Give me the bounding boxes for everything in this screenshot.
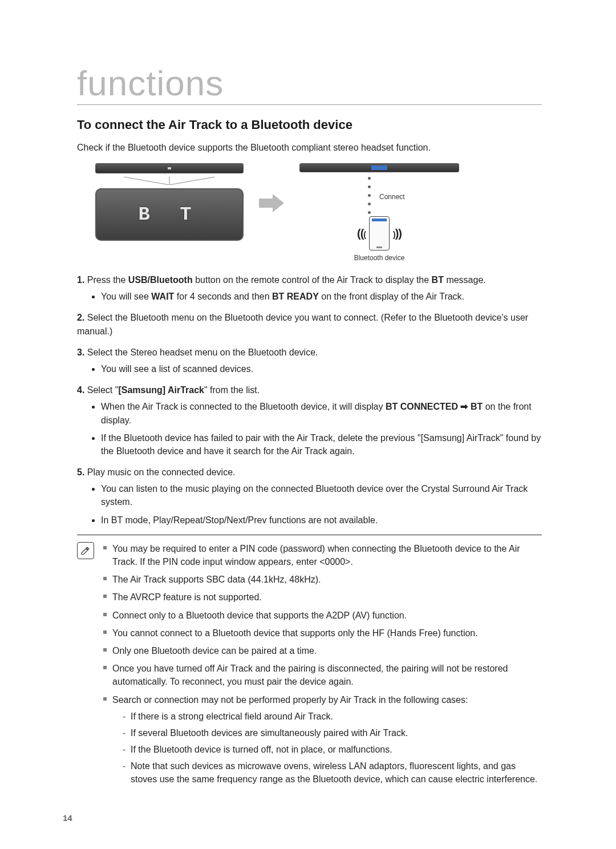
soundbar-figure: B T <box>90 163 249 241</box>
note-item: Only one Bluetooth device can be paired … <box>103 644 542 657</box>
front-display: B T <box>95 188 244 241</box>
phone-icon <box>369 216 390 250</box>
wave-left-icon: ((( <box>357 227 366 240</box>
note-item: You cannot connect to a Bluetooth device… <box>103 626 542 640</box>
note-pencil-icon <box>77 542 94 559</box>
intro-text: Check if the Bluetooth device supports t… <box>77 143 542 153</box>
section-header: functions <box>77 63 542 105</box>
divider <box>77 535 542 535</box>
note-subitem: If there is a strong electrical field ar… <box>123 710 542 723</box>
list-item: You will see a list of scanned devices. <box>101 362 542 375</box>
note-item: Connect only to a Bluetooth device that … <box>103 609 542 622</box>
connect-label: Connect <box>379 193 405 201</box>
wave-right-icon: ))) <box>393 227 402 240</box>
connection-diagram: B T Connect ((( ))) Bluetooth device <box>77 163 542 262</box>
step-number: 4. <box>77 385 87 395</box>
arrow-icon <box>255 193 288 213</box>
note-subitem: If several Bluetooth devices are simulta… <box>123 726 542 739</box>
page-number: 14 <box>63 813 72 823</box>
page-title: To connect the Air Track to a Bluetooth … <box>77 118 542 132</box>
note-item: Search or connection may not be performe… <box>103 693 542 786</box>
tv-soundbar-icon <box>299 163 459 172</box>
instruction-steps: 1. Press the USB/Bluetooth button on the… <box>77 273 542 527</box>
list-item: When the Air Track is connected to the B… <box>101 400 542 426</box>
list-item: In BT mode, Play/Repeat/Stop/Next/Prev f… <box>101 514 542 527</box>
note-block: You may be required to enter a PIN code … <box>77 542 542 791</box>
step-number: 3. <box>77 347 87 357</box>
note-item: Once you have turned off Air Track and t… <box>103 662 542 688</box>
step-number: 5. <box>77 467 87 477</box>
note-item: You may be required to enter a PIN code … <box>103 542 542 568</box>
soundbar-icon <box>95 163 244 173</box>
list-item: If the Bluetooth device has failed to pa… <box>101 431 542 458</box>
note-subitem: Note that such devices as microwave oven… <box>123 759 542 786</box>
bluetooth-device-figure: Connect ((( ))) Bluetooth device <box>294 163 465 262</box>
step-number: 1. <box>77 275 87 285</box>
note-item: The Air Track supports SBC data (44.1kHz… <box>103 573 542 586</box>
note-item: The AVRCP feature is not supported. <box>103 591 542 604</box>
note-subitem: If the Bluetooth device is turned off, n… <box>123 743 542 756</box>
list-item: You will see WAIT for 4 seconds and then… <box>101 290 542 303</box>
step-number: 2. <box>77 313 87 322</box>
bt-device-caption: Bluetooth device <box>354 254 405 262</box>
list-item: You can listen to the music playing on t… <box>101 482 542 508</box>
